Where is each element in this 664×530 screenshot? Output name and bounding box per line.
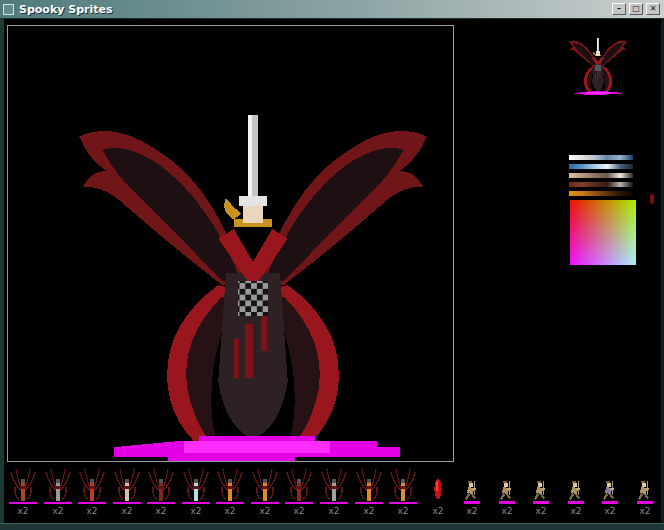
angel-mini-sprite <box>213 468 247 506</box>
close-button[interactable]: ✕ <box>646 3 660 15</box>
frame-scale-label: x2 <box>121 506 132 518</box>
frame-scale-label: x2 <box>535 506 546 518</box>
angel-mini-sprite <box>179 468 213 506</box>
window-border-left <box>0 19 4 530</box>
frame-scale-label: x2 <box>466 506 477 518</box>
window-controls: – □ ✕ <box>612 3 660 15</box>
palette-ramp-dark-reds[interactable] <box>569 182 633 187</box>
frame-thumbnail-warrior[interactable]: x2 <box>490 466 524 518</box>
frame-thumbnail-angel[interactable]: x2 <box>282 466 316 518</box>
frame-scale-label: x2 <box>17 506 28 518</box>
frame-scale-label: x2 <box>328 506 339 518</box>
frame-thumbnail-angel[interactable]: x2 <box>75 466 109 518</box>
frame-thumbnail-angel[interactable]: x2 <box>386 466 420 518</box>
frame-scale-label: x2 <box>155 506 166 518</box>
red-blob-sprite <box>431 476 445 506</box>
frame-thumbnail-blob[interactable]: x2 <box>421 466 455 518</box>
titlebar[interactable]: Spooky Sprites – □ ✕ <box>0 0 664 19</box>
angel-mini-sprite <box>75 468 109 506</box>
frame-thumbnail-warrior[interactable]: x2 <box>593 466 627 518</box>
angel-mini-sprite <box>144 468 178 506</box>
preview-panel <box>566 34 630 98</box>
angel-mini-sprite <box>386 468 420 506</box>
palette-ramp-grays-blues[interactable] <box>569 155 633 160</box>
frame-scale-label: x2 <box>639 506 650 518</box>
frame-thumbnail-angel[interactable]: x2 <box>213 466 247 518</box>
frame-thumbnail-angel[interactable]: x2 <box>248 466 282 518</box>
app-window: Spooky Sprites – □ ✕ <box>0 0 664 530</box>
maximize-button[interactable]: □ <box>629 3 643 15</box>
palette-ramp-blues[interactable] <box>569 164 633 169</box>
angel-mini-sprite <box>41 468 75 506</box>
frame-scale-label: x2 <box>570 506 581 518</box>
frame-scale-label: x2 <box>604 506 615 518</box>
angel-mini-sprite <box>110 468 144 506</box>
filmstrip: x2 x2 <box>0 466 664 520</box>
frame-thumbnail-warrior[interactable]: x2 <box>628 466 662 518</box>
angel-mini-sprite <box>248 468 282 506</box>
warrior-mini-sprite <box>496 480 518 506</box>
warrior-mini-sprite <box>461 480 483 506</box>
warrior-mini-sprite <box>634 480 656 506</box>
frame-thumbnail-angel[interactable]: x2 <box>6 466 40 518</box>
warrior-mini-sprite <box>530 480 552 506</box>
frame-thumbnail-angel[interactable]: x2 <box>179 466 213 518</box>
palette-ramp-oranges[interactable] <box>569 191 633 196</box>
frame-scale-label: x2 <box>190 506 201 518</box>
app-icon <box>3 4 14 15</box>
frame-scale-label: x2 <box>293 506 304 518</box>
minimize-button[interactable]: – <box>612 3 626 15</box>
red-marker <box>650 194 654 204</box>
frame-scale-label: x2 <box>397 506 408 518</box>
frame-thumbnail-angel[interactable]: x2 <box>144 466 178 518</box>
palette-ramps <box>569 155 633 200</box>
warrior-mini-sprite <box>565 480 587 506</box>
angel-mini-sprite <box>282 468 316 506</box>
frame-thumbnail-angel[interactable]: x2 <box>352 466 386 518</box>
angel-sprite-large <box>60 92 446 462</box>
frame-scale-label: x2 <box>52 506 63 518</box>
frame-scale-label: x2 <box>86 506 97 518</box>
frame-scale-label: x2 <box>259 506 270 518</box>
angel-mini-sprite <box>317 468 351 506</box>
frame-thumbnail-angel[interactable]: x2 <box>317 466 351 518</box>
frame-thumbnail-warrior[interactable]: x2 <box>524 466 558 518</box>
warrior-mini-sprite <box>599 480 621 506</box>
frame-thumbnail-warrior[interactable]: x2 <box>559 466 593 518</box>
frame-scale-label: x2 <box>224 506 235 518</box>
angel-mini-sprite <box>6 468 40 506</box>
frame-thumbnail-angel[interactable]: x2 <box>41 466 75 518</box>
frame-thumbnail-warrior[interactable]: x2 <box>455 466 489 518</box>
frame-scale-label: x2 <box>501 506 512 518</box>
frame-thumbnail-angel[interactable]: x2 <box>110 466 144 518</box>
window-title: Spooky Sprites <box>19 3 112 16</box>
window-border-bottom <box>0 523 664 530</box>
angel-sprite-preview <box>566 34 630 98</box>
frame-scale-label: x2 <box>363 506 374 518</box>
palette-ramp-tans[interactable] <box>569 173 633 178</box>
frame-scale-label: x2 <box>432 506 443 518</box>
sprite-canvas[interactable] <box>7 25 454 462</box>
color-picker-gradient[interactable] <box>570 200 636 265</box>
angel-mini-sprite <box>352 468 386 506</box>
